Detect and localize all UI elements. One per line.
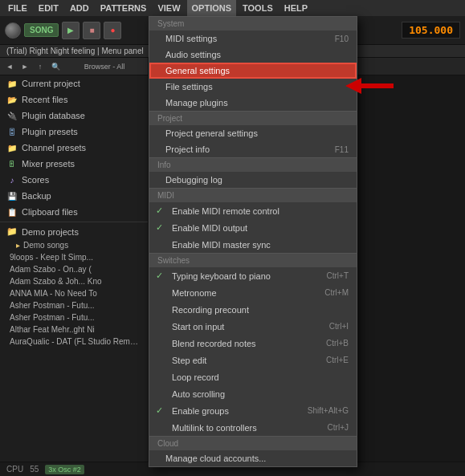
record-button[interactable]: ● (104, 22, 121, 39)
nav-recent-files[interactable]: 📂 Recent files (0, 92, 148, 108)
nav-mixer-presets[interactable]: 🎚 Mixer presets (0, 156, 148, 172)
file-item-0[interactable]: 9loops - Keep It Simp... (0, 251, 148, 263)
menu-edit[interactable]: EDIT (34, 0, 63, 16)
menu-enable-groups[interactable]: ✓ Enable groups Shift+Alt+G (149, 402, 357, 419)
channel-preset-icon: 📁 (6, 142, 18, 153)
menu-enable-midi-output[interactable]: ✓ Enable MIDI output (149, 219, 357, 236)
start-on-input-shortcut: Ctrl+I (329, 322, 349, 331)
menu-recording-precount[interactable]: ✓ Recording precount (149, 301, 357, 318)
menu-start-on-input[interactable]: ✓ Start on input Ctrl+I (149, 318, 357, 335)
menu-typing-keyboard[interactable]: ✓ Typing keyboard to piano Ctrl+T (149, 267, 357, 284)
enable-midi-sync-label: Enable MIDI master sync (172, 240, 349, 250)
section-cloud: Cloud (149, 436, 357, 450)
menu-metronome[interactable]: ✓ Metronome Ctrl+M (149, 284, 357, 301)
file-item-2[interactable]: Adam Szabo & Joh... Kno (0, 275, 148, 287)
up-icon[interactable]: ↑ (34, 60, 47, 73)
menu-auto-scrolling[interactable]: ✓ Auto scrolling (149, 385, 357, 402)
section-midi: MIDI (149, 188, 357, 202)
file-item-3[interactable]: ANNA MIA - No Need To (0, 287, 148, 299)
stop-button[interactable]: ■ (83, 22, 100, 39)
multilink-label: Multilink to controllers (172, 423, 321, 433)
menu-file-settings[interactable]: File settings (149, 79, 357, 95)
file-item-5[interactable]: Asher Postman - Futu... (0, 311, 148, 323)
options-dropdown: System MIDI settings F10 Audio settings … (149, 16, 357, 467)
nav-backup-label: Backup (22, 191, 51, 201)
menu-add[interactable]: ADD (65, 0, 94, 16)
nav-recent-label: Recent files (22, 95, 67, 104)
menu-options[interactable]: OPTIONS (187, 0, 237, 16)
cpu-label: CPU (6, 465, 23, 474)
menu-blend-recorded[interactable]: ✓ Blend recorded notes Ctrl+B (149, 335, 357, 352)
menu-step-edit[interactable]: ✓ Step edit Ctrl+E (149, 352, 357, 368)
menu-manage-cloud[interactable]: Manage cloud accounts... (149, 450, 357, 466)
bpm-display: 105.000 (402, 22, 460, 39)
multilink-shortcut: Ctrl+J (328, 423, 349, 432)
nav-backup[interactable]: 💾 Backup (0, 188, 148, 204)
menu-general-settings[interactable]: General settings (149, 63, 357, 79)
loop-record-label: Loop record (172, 372, 349, 382)
nav-clipboard[interactable]: 📋 Clipboard files (0, 204, 148, 220)
menu-help[interactable]: HELP (279, 0, 312, 16)
project-info-shortcut: F11 (335, 145, 349, 154)
master-knob[interactable] (5, 22, 21, 39)
enable-groups-shortcut: Shift+Alt+G (308, 406, 349, 415)
menu-multilink[interactable]: ✓ Multilink to controllers Ctrl+J (149, 419, 357, 436)
nav-scores[interactable]: ♪ Scores (0, 172, 148, 188)
forward-icon[interactable]: ► (18, 60, 31, 73)
nav-clipboard-label: Clipboard files (22, 207, 78, 217)
menu-patterns[interactable]: PATTERNS (96, 0, 152, 16)
midi-settings-label: MIDI settings (165, 34, 328, 43)
menu-debugging-log[interactable]: Debugging log (149, 172, 357, 188)
clipboard-icon: 📋 (6, 206, 18, 218)
nav-scores-label: Scores (22, 175, 49, 185)
menu-project-info[interactable]: Project info F11 (149, 141, 357, 157)
nav-plugin-presets[interactable]: 🎛 Plugin presets (0, 124, 148, 140)
enable-groups-label: Enable groups (172, 406, 301, 416)
menu-view[interactable]: VIEW (153, 0, 185, 16)
panel-name: Menu panel (101, 47, 143, 55)
file-item-1[interactable]: Adam Szabo - On..ay ( (0, 263, 148, 275)
step-edit-label: Step edit (172, 356, 320, 365)
menu-midi-settings[interactable]: MIDI settings F10 (149, 31, 357, 47)
menu-enable-midi-remote[interactable]: ✓ Enable MIDI remote control (149, 202, 357, 219)
menu-project-general[interactable]: Project general settings (149, 125, 357, 141)
recording-precount-label: Recording precount (172, 305, 349, 315)
nav-channel-presets[interactable]: 📁 Channel presets (0, 140, 148, 156)
check-enable-groups: ✓ (156, 405, 165, 416)
section-switches: Switches (149, 253, 357, 267)
file-item-4[interactable]: Asher Postman - Futu... (0, 299, 148, 311)
menu-tools[interactable]: TOOLS (238, 0, 278, 16)
nav-current-project[interactable]: 📁 Current project (0, 75, 148, 92)
menu-manage-plugins[interactable]: Manage plugins (149, 95, 357, 111)
menu-file[interactable]: FILE (3, 0, 32, 16)
file-item-6[interactable]: Althar Feat Mehr..ght Ni (0, 323, 148, 336)
enable-midi-output-label: Enable MIDI output (172, 223, 349, 233)
menu-enable-midi-sync[interactable]: ✓ Enable MIDI master sync (149, 236, 357, 253)
menu-loop-record[interactable]: ✓ Loop record (149, 368, 357, 385)
plugin-preset-icon: 🎛 (6, 126, 18, 137)
demo-projects-label: Demo projects (22, 227, 79, 237)
scores-icon: ♪ (6, 174, 18, 185)
check-midi-remote: ✓ (156, 205, 165, 216)
back-icon[interactable]: ◄ (3, 60, 16, 73)
recent-icon: 📂 (6, 94, 18, 105)
manage-cloud-label: Manage cloud accounts... (165, 454, 349, 463)
menu-audio-settings[interactable]: Audio settings (149, 47, 357, 63)
file-item-7[interactable]: AuraQualic - DAT (FL Studio Remix) (0, 336, 148, 348)
play-button[interactable]: ▶ (62, 22, 80, 39)
search-icon[interactable]: 🔍 (49, 60, 62, 73)
nav-plugin-database[interactable]: 🔌 Plugin database (0, 108, 148, 124)
menu-bar: FILE EDIT ADD PATTERNS VIEW OPTIONS TOOL… (0, 0, 465, 16)
demo-songs-item[interactable]: ▸ Demo songs (0, 239, 148, 251)
nav-mixer-presets-label: Mixer presets (22, 159, 75, 169)
audio-settings-label: Audio settings (165, 50, 349, 59)
demo-projects-header[interactable]: 📁 Demo projects (0, 224, 148, 239)
browser-label: Browser - All (64, 60, 145, 73)
start-on-input-label: Start on input (172, 322, 323, 332)
mixer-icon: 🎚 (6, 158, 18, 169)
song-button[interactable]: SONG (24, 23, 59, 37)
blend-recorded-shortcut: Ctrl+B (326, 339, 349, 348)
nav-current-project-label: Current project (22, 79, 80, 88)
nav-plugin-db-label: Plugin database (22, 111, 85, 120)
backup-icon: 💾 (6, 190, 18, 201)
